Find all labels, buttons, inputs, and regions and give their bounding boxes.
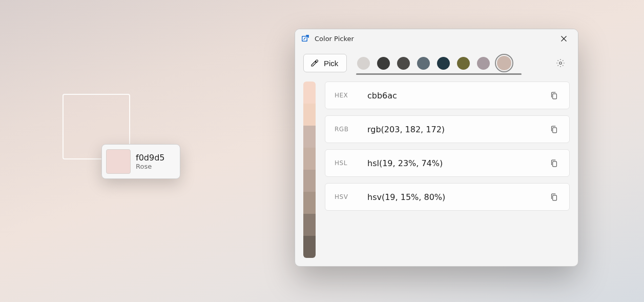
history-swatch-4[interactable] xyxy=(437,57,450,70)
format-value-hsv[interactable]: hsv(19, 15%, 80%) xyxy=(367,192,546,202)
color-picker-window: Color Picker Pick HEXcbb6a xyxy=(295,29,578,267)
format-value-hex[interactable]: cbb6ac xyxy=(367,91,546,100)
shade-3[interactable] xyxy=(303,148,316,170)
app-icon xyxy=(301,34,309,43)
pick-button-label: Pick xyxy=(324,59,338,68)
copy-icon xyxy=(550,159,558,168)
eyedrop-color-name: Rose xyxy=(136,163,164,171)
svg-rect-3 xyxy=(552,93,556,98)
shade-6[interactable] xyxy=(303,214,316,236)
gear-icon xyxy=(556,58,565,68)
shade-strip[interactable] xyxy=(303,82,316,258)
format-label-hex: HEX xyxy=(335,92,367,99)
format-rows: HEXcbb6acRGBrgb(203, 182, 172)HSLhsl(19,… xyxy=(325,82,570,258)
color-history xyxy=(354,56,544,70)
copy-button-hsl[interactable] xyxy=(546,155,562,171)
shade-1[interactable] xyxy=(303,104,316,126)
titlebar[interactable]: Color Picker xyxy=(295,29,578,48)
copy-icon xyxy=(550,91,558,100)
svg-rect-4 xyxy=(552,127,556,132)
history-scrollbar[interactable] xyxy=(356,73,522,75)
history-swatch-3[interactable] xyxy=(417,57,430,70)
content-area: HEXcbb6acRGBrgb(203, 182, 172)HSLhsl(19,… xyxy=(295,77,578,266)
close-icon xyxy=(561,36,567,42)
format-value-rgb[interactable]: rgb(203, 182, 172) xyxy=(367,125,546,134)
copy-button-hex[interactable] xyxy=(546,87,562,104)
window-title: Color Picker xyxy=(315,35,552,43)
format-label-rgb: RGB xyxy=(335,126,367,133)
close-button[interactable] xyxy=(552,31,575,46)
history-swatch-2[interactable] xyxy=(397,57,410,70)
format-row-hsv: HSVhsv(19, 15%, 80%) xyxy=(325,183,570,211)
history-swatch-0[interactable] xyxy=(357,57,370,70)
history-swatch-5[interactable] xyxy=(457,57,470,70)
eyedrop-tooltip: f0d9d5 Rose xyxy=(101,144,180,179)
format-value-hsl[interactable]: hsl(19, 23%, 74%) xyxy=(367,158,546,168)
shade-7[interactable] xyxy=(303,236,316,258)
pick-button[interactable]: Pick xyxy=(303,54,347,72)
copy-icon xyxy=(550,193,558,202)
copy-icon xyxy=(550,125,558,134)
copy-button-hsv[interactable] xyxy=(546,189,562,205)
eyedropper-icon xyxy=(310,58,319,68)
svg-rect-5 xyxy=(552,161,556,166)
format-label-hsl: HSL xyxy=(335,159,367,167)
eyedrop-text: f0d9d5 Rose xyxy=(136,153,164,171)
history-swatch-7[interactable] xyxy=(497,56,511,70)
shade-4[interactable] xyxy=(303,170,316,192)
format-row-hex: HEXcbb6ac xyxy=(325,82,570,109)
history-swatch-1[interactable] xyxy=(377,57,390,70)
shade-2[interactable] xyxy=(303,126,316,148)
copy-button-rgb[interactable] xyxy=(546,121,562,137)
toolbar: Pick xyxy=(295,48,578,77)
shade-5[interactable] xyxy=(303,192,316,214)
svg-point-2 xyxy=(559,62,562,65)
format-row-rgb: RGBrgb(203, 182, 172) xyxy=(325,115,570,143)
svg-rect-6 xyxy=(552,195,556,200)
format-row-hsl: HSLhsl(19, 23%, 74%) xyxy=(325,149,570,177)
history-swatch-6[interactable] xyxy=(477,57,490,70)
format-label-hsv: HSV xyxy=(335,193,367,200)
eyedrop-hex: f0d9d5 xyxy=(136,153,164,163)
settings-button[interactable] xyxy=(551,54,570,72)
shade-0[interactable] xyxy=(303,82,316,104)
eyedrop-swatch xyxy=(106,149,131,174)
